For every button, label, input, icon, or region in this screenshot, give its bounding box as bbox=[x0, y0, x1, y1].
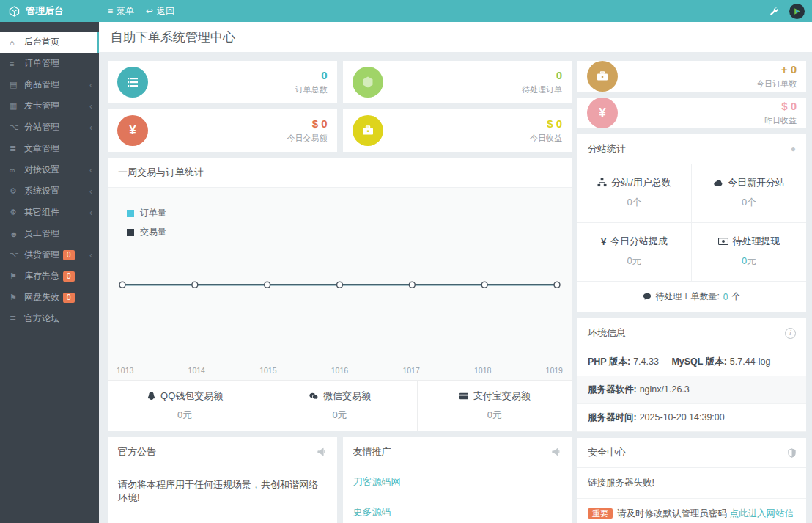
ordered-list-icon bbox=[117, 67, 148, 98]
legend-label: 交易量 bbox=[140, 226, 166, 238]
sidebar-item-substation[interactable]: ⌥分站管理‹ bbox=[0, 117, 99, 138]
sidebar-item-goods[interactable]: ▤商品管理‹ bbox=[0, 74, 99, 95]
env-value: nginx/1.26.3 bbox=[640, 384, 690, 395]
data-point-marker[interactable] bbox=[192, 282, 198, 288]
sidebar-item-stock-alert[interactable]: ⚑库存告急0 bbox=[0, 266, 99, 287]
data-point-marker[interactable] bbox=[119, 282, 125, 288]
x-axis-label: 1014 bbox=[188, 366, 205, 375]
sidebar-item-system-setting[interactable]: ⚙系统设置‹ bbox=[0, 180, 99, 202]
stat-card-yesterday-profit: ¥ $ 0 昨日收益 bbox=[577, 98, 806, 128]
substation-footer-num: 0 bbox=[723, 292, 728, 302]
env-row-time: 服务器时间:2025-10-20 14:39:00 bbox=[577, 404, 806, 432]
page-title: 自助下单系统管理中心 bbox=[99, 22, 812, 52]
site-logo[interactable] bbox=[789, 4, 805, 19]
yen-icon: ¥ bbox=[601, 236, 606, 247]
payment-value: 0元 bbox=[108, 409, 262, 422]
right-column: + 0 今日订单数 ¥ $ 0 昨日收益 分站统计 ● bbox=[577, 61, 806, 523]
wrench-icon[interactable] bbox=[769, 7, 778, 16]
x-axis-label: 1016 bbox=[331, 366, 348, 375]
substation-cell-unit: 元 bbox=[632, 255, 642, 266]
payment-cell-qq: QQ钱包交易额 0元 bbox=[108, 381, 262, 431]
menu-label: 菜单 bbox=[117, 5, 134, 18]
stat-label: 今日收益 bbox=[530, 133, 562, 144]
chart-panel-header: 一周交易与订单统计 bbox=[108, 158, 572, 188]
substation-panel: 分站统计 ● 分站/用户总数 0个 今日新开分站 bbox=[577, 134, 806, 312]
sidebar-item-api-setting[interactable]: ∞对接设置‹ bbox=[0, 159, 99, 180]
x-axis-label: 1019 bbox=[546, 366, 563, 375]
data-point-marker[interactable] bbox=[554, 282, 560, 288]
yen-icon: ¥ bbox=[587, 98, 618, 128]
substation-cell-unit: 个 bbox=[632, 197, 642, 208]
payment-label: 微信交易额 bbox=[323, 389, 371, 403]
x-axis-labels: 1013101410151016101710181019 bbox=[108, 366, 572, 375]
user-icon: ☻ bbox=[10, 230, 24, 238]
sidebar-item-staff[interactable]: ☻员工管理 bbox=[0, 223, 99, 244]
env-value: 7.4.33 bbox=[633, 356, 659, 367]
payment-value: 0元 bbox=[418, 409, 572, 422]
stat-cards-row-1: 0 订单总数 0 待处理订单 bbox=[108, 61, 572, 103]
stat-card-total-orders: 0 订单总数 bbox=[108, 61, 337, 103]
stat-value: + 0 bbox=[756, 63, 797, 76]
payment-label: QQ钱包交易额 bbox=[160, 389, 223, 403]
substation-footer: 待处理工单数量: 0 个 bbox=[577, 281, 806, 312]
chevron-left-icon: ‹ bbox=[89, 186, 92, 197]
env-key: PHP 版本: bbox=[588, 356, 630, 367]
substation-cell-label: 待处理提现 bbox=[733, 235, 780, 248]
sidebar-item-orders[interactable]: ≡订单管理 bbox=[0, 53, 99, 74]
menu-toggle-button[interactable]: ≡ 菜单 bbox=[108, 5, 134, 18]
line-chart-svg[interactable] bbox=[108, 188, 572, 380]
data-point-marker[interactable] bbox=[409, 282, 415, 288]
env-key: 服务器时间: bbox=[588, 412, 637, 423]
chevron-left-icon: ‹ bbox=[89, 250, 92, 260]
legend-item[interactable]: 订单量 bbox=[127, 207, 166, 219]
payment-value: 0元 bbox=[262, 409, 416, 422]
data-point-marker[interactable] bbox=[265, 282, 270, 288]
sidebar-item-forum[interactable]: ≣官方论坛 bbox=[0, 308, 99, 329]
env-row-server: 服务器软件:nginx/1.26.3 bbox=[577, 376, 806, 404]
promo-link[interactable]: 刀客源码网 bbox=[343, 467, 572, 497]
sidebar-item-label: 库存告急 bbox=[24, 270, 59, 282]
reply-arrow-icon: ↩ bbox=[146, 6, 153, 16]
announcement-content: 请勿将本程序用于任何违规场景，共创和谐网络环境! bbox=[108, 467, 337, 523]
sidebar-item-label: 文章管理 bbox=[24, 142, 59, 155]
link-icon: ∞ bbox=[10, 166, 24, 175]
chart-plot: 订单量 交易量 1013101410151016101710181019 bbox=[108, 188, 572, 380]
chart-title: 一周交易与订单统计 bbox=[118, 166, 204, 179]
book-icon: ≣ bbox=[10, 144, 24, 153]
gear-icon: ⚙ bbox=[10, 186, 24, 196]
stat-label: 待处理订单 bbox=[522, 84, 562, 95]
substation-cell-withdrawals: 待处理提现 0元 bbox=[692, 223, 806, 281]
home-icon: ⌂ bbox=[10, 38, 24, 47]
data-point-marker[interactable] bbox=[481, 282, 487, 288]
menu-icon: ≡ bbox=[108, 6, 113, 16]
chart-legend: 订单量 交易量 bbox=[127, 207, 166, 245]
sidebar-item-label: 对接设置 bbox=[24, 164, 59, 176]
stat-label: 今日交易额 bbox=[287, 133, 328, 144]
env-value: 5.7.44-log bbox=[730, 356, 771, 367]
legend-item[interactable]: 交易量 bbox=[127, 226, 166, 238]
brand[interactable]: 管理后台 bbox=[0, 4, 100, 18]
back-button[interactable]: ↩ 返回 bbox=[146, 5, 174, 18]
x-axis-label: 1015 bbox=[259, 366, 276, 375]
chart-panel: 一周交易与订单统计 订单量 交易量 10131014101 bbox=[108, 158, 572, 431]
sidebar-item-netdisk-invalid[interactable]: ⚑网盘失效0 bbox=[0, 287, 99, 308]
security-alert: 链接服务器失败! bbox=[577, 468, 806, 499]
sidebar-item-supply[interactable]: ⌥供货管理0‹ bbox=[0, 244, 99, 266]
sidebar-item-articles[interactable]: ≣文章管理 bbox=[0, 138, 99, 159]
sidebar-item-components[interactable]: ⚙其它组件‹ bbox=[0, 202, 99, 223]
qq-icon bbox=[147, 391, 156, 401]
data-point-marker[interactable] bbox=[337, 282, 343, 288]
briefcase-icon bbox=[587, 61, 618, 92]
chevron-left-icon: ‹ bbox=[89, 165, 92, 175]
sidebar-item-label: 员工管理 bbox=[24, 227, 59, 240]
sidebar-item-label: 发卡管理 bbox=[24, 100, 59, 112]
grid-icon: ▦ bbox=[10, 101, 24, 111]
env-row-versions: PHP 版本:7.4.33 MySQL 版本:5.7.44-log bbox=[577, 348, 806, 376]
list-icon: ≡ bbox=[10, 59, 24, 68]
sidebar-item-card-issue[interactable]: ▦发卡管理‹ bbox=[0, 95, 99, 117]
topbar: 管理后台 ≡ 菜单 ↩ 返回 bbox=[0, 0, 812, 22]
content: 0 订单总数 0 待处理订单 ¥ bbox=[99, 52, 812, 523]
promo-link[interactable]: 更多源码 bbox=[343, 497, 572, 523]
sidebar-item-home[interactable]: ⌂后台首页 bbox=[0, 32, 99, 53]
substation-cell-new-today: 今日新开分站 0个 bbox=[692, 164, 806, 223]
